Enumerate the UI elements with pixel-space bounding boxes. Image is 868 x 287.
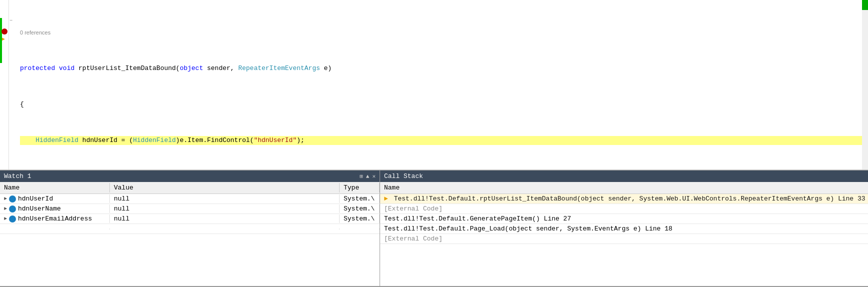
- gutter: ►: [0, 0, 9, 170]
- watch-panel-title: Watch 1: [4, 172, 31, 180]
- watch-close-icon[interactable]: ✕: [372, 173, 376, 180]
- watch-value-cell: null: [110, 204, 340, 213]
- breakpoint-dot[interactable]: [1, 28, 7, 34]
- watch-table-body: ► hdnUserId null System.\ ► hdnUserName …: [0, 194, 380, 286]
- callstack-panel-titlebar: Call Stack ⊞ ▲ ✕: [380, 170, 868, 182]
- watch-col-name-header: Name: [0, 183, 110, 192]
- code-line-1: HiddenField hdnUserId = (HiddenField)e.I…: [20, 136, 862, 145]
- watch-type-cell: System.\: [340, 194, 380, 203]
- references-line: 0 references: [20, 28, 862, 37]
- watch-col-value-header: Value: [110, 183, 340, 192]
- watch-var-name: hdnUserEmailAddress: [18, 215, 92, 222]
- callstack-col-name-header: Name: [380, 183, 868, 192]
- callstack-table-header: Name Lang: [380, 182, 868, 194]
- active-arrow-icon: ►: [384, 195, 388, 202]
- table-row[interactable]: [External Code]: [380, 204, 868, 214]
- table-row[interactable]: ► hdnUserId null System.\: [0, 194, 380, 204]
- code-line-signature: protected void rptUserList_ItemDataBound…: [20, 64, 862, 73]
- watch-name-cell: ► hdnUserId: [0, 194, 110, 203]
- callstack-panel-title: Call Stack: [384, 172, 423, 180]
- table-row[interactable]: Test.dll!Test.Default.GeneratePageItem()…: [380, 214, 868, 224]
- expand-arrow[interactable]: ►: [4, 216, 7, 222]
- callstack-name-cell: [External Code]: [380, 204, 868, 213]
- code-editor: ► − 0 references protected void rptUserL…: [0, 0, 868, 170]
- watch-variable-icon: [9, 206, 16, 212]
- callstack-name-cell: [External Code]: [380, 234, 868, 243]
- watch-var-name: hdnUserId: [18, 195, 53, 202]
- callstack-panel: Call Stack ⊞ ▲ ✕ Name Lang ► Test.dll!Te…: [380, 170, 868, 286]
- watch-pin-icon[interactable]: ⊞: [360, 173, 363, 180]
- collapse-gutter: −: [9, 0, 16, 170]
- watch-value-cell: null: [110, 214, 340, 223]
- callstack-frame-name: [External Code]: [384, 205, 442, 212]
- watch-float-icon[interactable]: ▲: [366, 174, 370, 180]
- expand-arrow[interactable]: ►: [4, 206, 7, 212]
- callstack-table: Name Lang ► Test.dll!Test.Default.rptUse…: [380, 182, 868, 286]
- scrollbar-thumb-green: [862, 0, 868, 10]
- callstack-table-body: ► Test.dll!Test.Default.rptUserList_Item…: [380, 194, 868, 286]
- watch-panel-titlebar: Watch 1 ⊞ ▲ ✕: [0, 170, 380, 182]
- table-row[interactable]: Test.dll!Test.Default.Page_Load(object s…: [380, 224, 868, 234]
- watch-panel: Watch 1 ⊞ ▲ ✕ Name Value Type ► hdnUserI…: [0, 170, 380, 286]
- table-row[interactable]: ► Test.dll!Test.Default.rptUserList_Item…: [380, 194, 868, 204]
- references-label: 0 references: [20, 30, 50, 36]
- callstack-frame-name: Test.dll!Test.Default.rptUserList_ItemDa…: [394, 195, 866, 202]
- table-row-empty[interactable]: [0, 224, 380, 234]
- watch-name-cell: ► hdnUserEmailAddress: [0, 214, 110, 223]
- watch-name-cell: ► hdnUserName: [0, 204, 110, 213]
- callstack-name-cell: ► Test.dll!Test.Default.rptUserList_Item…: [380, 194, 868, 203]
- code-content: 0 references protected void rptUserList_…: [16, 0, 862, 170]
- expand-arrow[interactable]: ►: [4, 196, 7, 202]
- table-row[interactable]: [External Code]: [380, 234, 868, 244]
- watch-type-cell-empty: [340, 228, 380, 230]
- watch-variable-icon: [9, 216, 16, 222]
- callstack-frame-name: Test.dll!Test.Default.Page_Load(object s…: [384, 225, 672, 232]
- watch-table: Name Value Type ► hdnUserId null System.…: [0, 182, 380, 286]
- bottom-panel: Watch 1 ⊞ ▲ ✕ Name Value Type ► hdnUserI…: [0, 170, 868, 286]
- watch-type-cell: System.\: [340, 204, 380, 213]
- watch-type-cell: System.\: [340, 214, 380, 223]
- callstack-name-cell: Test.dll!Test.Default.Page_Load(object s…: [380, 224, 868, 233]
- callstack-frame-name: [External Code]: [384, 235, 442, 242]
- watch-table-header: Name Value Type: [0, 182, 380, 194]
- table-row[interactable]: ► hdnUserEmailAddress null System.\: [0, 214, 380, 224]
- watch-var-name: hdnUserName: [18, 205, 61, 212]
- callstack-name-cell: Test.dll!Test.Default.GeneratePageItem()…: [380, 214, 868, 223]
- watch-variable-icon: [9, 196, 16, 202]
- watch-name-cell-empty: [0, 228, 110, 230]
- watch-panel-icons: ⊞ ▲ ✕: [360, 173, 376, 180]
- collapse-glyph[interactable]: −: [9, 18, 12, 24]
- code-line-open-brace: {: [20, 100, 862, 109]
- watch-col-type-header: Type: [340, 183, 380, 192]
- watch-value-cell-empty: [110, 228, 340, 230]
- callstack-frame-name: Test.dll!Test.Default.GeneratePageItem()…: [384, 215, 571, 222]
- table-row[interactable]: ► hdnUserName null System.\: [0, 204, 380, 214]
- editor-scrollbar[interactable]: [862, 0, 868, 170]
- watch-value-cell: null: [110, 194, 340, 203]
